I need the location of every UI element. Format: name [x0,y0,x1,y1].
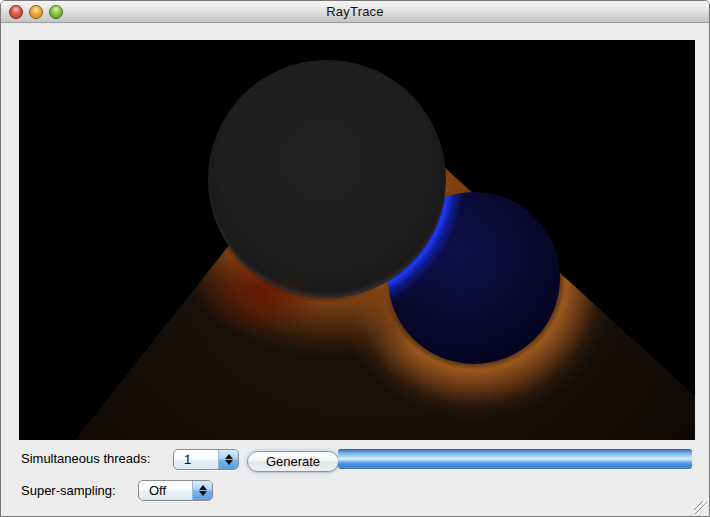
arrow-down-icon [225,460,233,465]
threads-value: 1 [174,450,218,469]
titlebar[interactable]: RayTrace [1,1,709,23]
arrow-up-icon [225,454,233,459]
supersampling-label: Super-sampling: [21,483,116,498]
supersampling-value: Off [139,481,192,500]
app-window: RayTrace Simultaneous threads: 1 Generat… [0,0,710,517]
generate-button[interactable]: Generate [247,451,339,472]
stepper-arrows-icon[interactable] [218,450,238,469]
progress-fill [338,449,692,469]
threads-label: Simultaneous threads: [21,451,150,466]
arrow-up-icon [199,485,207,490]
window-title: RayTrace [1,4,709,19]
resize-grip-icon[interactable] [694,501,707,514]
progress-bar [338,449,692,469]
stepper-arrows-icon[interactable] [192,481,212,500]
threads-select[interactable]: 1 [173,449,239,470]
render-canvas [19,40,695,440]
arrow-down-icon [199,491,207,496]
gray-sphere [208,60,446,298]
supersampling-select[interactable]: Off [138,480,213,501]
